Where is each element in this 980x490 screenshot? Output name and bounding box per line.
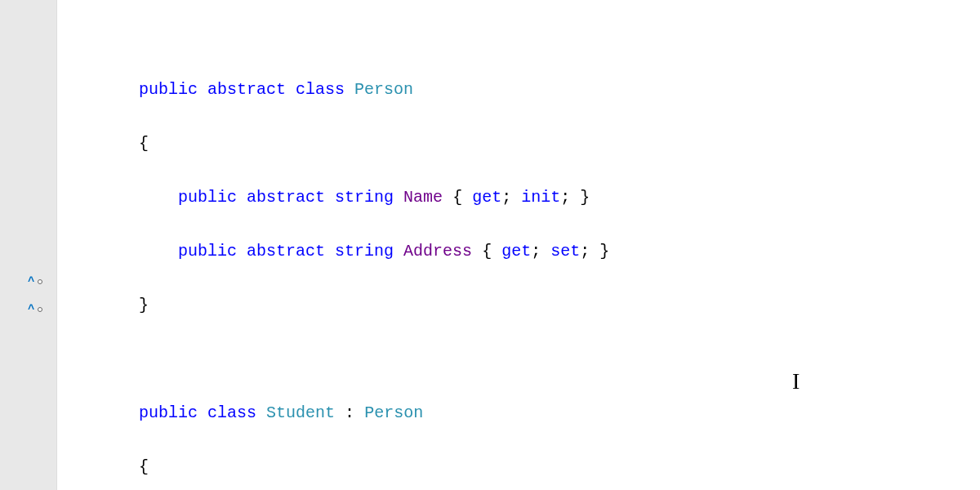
code-line: public abstract class Person xyxy=(139,76,980,103)
circle-icon xyxy=(38,279,42,284)
code-line: { xyxy=(139,130,980,157)
code-line: { xyxy=(139,453,980,480)
gutter-marker[interactable]: ^ xyxy=(28,276,42,287)
code-editor[interactable]: public abstract class Person { public ab… xyxy=(57,0,980,490)
text-cursor-icon: I xyxy=(792,368,800,394)
code-line xyxy=(139,345,980,372)
code-line: public abstract string Address { get; se… xyxy=(139,238,980,265)
circle-icon xyxy=(38,307,42,312)
caret-icon: ^ xyxy=(28,303,34,316)
code-line: public abstract string Name { get; init;… xyxy=(139,184,980,211)
gutter-marker[interactable]: ^ xyxy=(28,304,42,315)
caret-icon: ^ xyxy=(28,275,34,288)
editor-gutter: ^ ^ xyxy=(0,0,57,490)
code-line: public class Student : Person xyxy=(139,399,980,426)
code-line: } xyxy=(139,292,980,318)
